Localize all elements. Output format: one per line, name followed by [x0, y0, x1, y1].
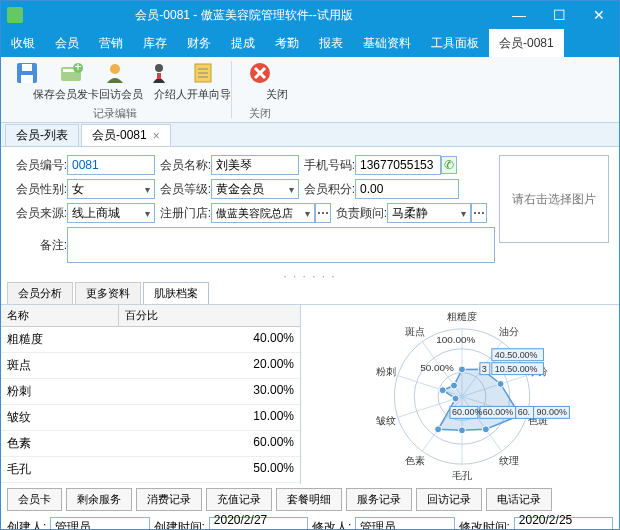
menu-item-10[interactable]: 会员-0081	[489, 29, 564, 57]
radar-axis-label: 色素	[405, 455, 425, 466]
menu-item-1[interactable]: 会员	[45, 29, 89, 57]
record-buttons: 会员卡剩余服务消费记录充值记录套餐明细服务记录回访记录电话记录	[1, 484, 619, 515]
table-row[interactable]: 斑点20.00%	[1, 353, 300, 379]
menu-item-3[interactable]: 库存	[133, 29, 177, 57]
select-level[interactable]: 黄金会员	[211, 179, 299, 199]
menu-item-8[interactable]: 基础资料	[353, 29, 421, 57]
record-btn-3[interactable]: 充值记录	[206, 488, 272, 511]
doc-tab-1[interactable]: 会员-0081×	[81, 124, 171, 146]
callout-1: 10.50.00%	[495, 364, 538, 374]
input-modifier[interactable]: 管理员	[355, 517, 454, 530]
table-row[interactable]: 毛孔50.00%	[1, 457, 300, 483]
table-row[interactable]: 皱纹10.00%	[1, 405, 300, 431]
input-creator[interactable]: 管理员	[50, 517, 149, 530]
menu-item-0[interactable]: 收银	[1, 29, 45, 57]
menu-item-5[interactable]: 提成	[221, 29, 265, 57]
menu-item-2[interactable]: 营销	[89, 29, 133, 57]
record-btn-1[interactable]: 剩余服务	[66, 488, 132, 511]
radar-axis-label: 斑点	[405, 326, 425, 337]
label-level: 会员等级:	[155, 181, 211, 198]
radar-chart: 粗糙度油分水分色斑纹理毛孔色素皱纹粉刺斑点 50.00% 100.00% 40.…	[301, 305, 619, 484]
input-points[interactable]: 0.00	[355, 179, 459, 199]
app-icon	[7, 7, 23, 23]
svg-text:+: +	[74, 61, 81, 74]
input-member-name[interactable]: 刘美琴	[211, 155, 299, 175]
menu-item-7[interactable]: 报表	[309, 29, 353, 57]
member-form: 会员编号: 0081 会员名称: 刘美琴 手机号码: 13677055153 ✆…	[1, 147, 619, 271]
th-name[interactable]: 名称	[1, 305, 119, 326]
radar-point	[497, 380, 504, 387]
radar-axis-label: 毛孔	[452, 470, 472, 481]
menu-item-4[interactable]: 财务	[177, 29, 221, 57]
toolgroup-label-close: 关闭	[249, 106, 271, 121]
select-advisor[interactable]: 马柔静	[387, 203, 471, 223]
menubar: 收银会员营销库存财务提成考勤报表基础资料工具面板会员-0081	[1, 29, 619, 57]
radar-point	[435, 426, 442, 433]
svg-rect-1	[21, 75, 33, 83]
radar-axis-label: 粗糙度	[447, 311, 477, 322]
record-btn-5[interactable]: 服务记录	[346, 488, 412, 511]
member-photo-box[interactable]: 请右击选择图片	[499, 155, 609, 243]
subtab-0[interactable]: 会员分析	[7, 282, 73, 304]
table-row[interactable]: 色素60.00%	[1, 431, 300, 457]
textarea-note[interactable]	[67, 227, 495, 263]
record-btn-0[interactable]: 会员卡	[7, 488, 62, 511]
label-points: 会员积分:	[299, 181, 355, 198]
radar-axis-label: 粉刺	[376, 366, 396, 377]
close-tab-icon[interactable]: ×	[153, 129, 160, 143]
subtab-1[interactable]: 更多资料	[75, 282, 141, 304]
record-btn-7[interactable]: 电话记录	[486, 488, 552, 511]
radar-point	[439, 387, 446, 394]
svg-point-7	[110, 64, 120, 74]
th-pct[interactable]: 百分比	[119, 305, 164, 326]
label-creator: 创建人:	[7, 519, 46, 531]
label-member-no: 会员编号:	[11, 157, 67, 174]
label-mtime: 修改时间:	[459, 519, 510, 531]
select-store[interactable]: 傲蓝美容院总店	[211, 203, 315, 223]
menu-item-9[interactable]: 工具面板	[421, 29, 489, 57]
input-ctime[interactable]: 2020/2/27 0:00:00	[209, 517, 308, 530]
select-source[interactable]: 线上商城	[67, 203, 155, 223]
input-mtime[interactable]: 2020/2/25 0:00:00	[514, 517, 613, 530]
label-store: 注册门店:	[155, 205, 211, 222]
label-note: 备注:	[11, 237, 67, 254]
toolbar-关闭[interactable]: 关闭	[238, 59, 282, 104]
label-gender: 会员性别:	[11, 181, 67, 198]
radar-point	[452, 395, 459, 402]
radar-axis-label: 油分	[499, 326, 519, 337]
label-advisor: 负责顾问:	[331, 205, 387, 222]
store-lookup-button[interactable]: ⋯	[315, 203, 331, 223]
close-button[interactable]: ✕	[579, 1, 619, 29]
maximize-button[interactable]: ☐	[539, 1, 579, 29]
callout-2: 3	[482, 364, 487, 374]
input-member-no[interactable]: 0081	[67, 155, 155, 175]
select-gender[interactable]: 女	[67, 179, 155, 199]
menu-item-6[interactable]: 考勤	[265, 29, 309, 57]
input-phone[interactable]: 13677055153	[355, 155, 441, 175]
advisor-lookup-button[interactable]: ⋯	[471, 203, 487, 223]
toolbar-开单向导[interactable]: 开单向导	[181, 59, 225, 104]
phone-icon[interactable]: ✆	[441, 156, 457, 174]
splitter[interactable]: · · · · · ·	[1, 271, 619, 282]
radar-point	[459, 366, 466, 373]
table-row[interactable]: 粗糙度40.00%	[1, 327, 300, 353]
svg-rect-9	[157, 73, 161, 79]
callout-4: 60.00%	[452, 407, 482, 417]
radar-point	[451, 382, 458, 389]
callout-6: 90.00%	[537, 407, 567, 417]
subtab-2[interactable]: 肌肤档案	[143, 282, 209, 304]
toolgroup-label-edit: 记录编辑	[93, 106, 137, 121]
callout-5: 60.	[518, 407, 530, 417]
ring-label-100: 100.00%	[436, 334, 475, 345]
label-member-name: 会员名称:	[155, 157, 211, 174]
callout-3: 60.00%	[483, 407, 513, 417]
radar-point	[482, 426, 489, 433]
record-btn-4[interactable]: 套餐明细	[276, 488, 342, 511]
window-title: 会员-0081 - 傲蓝美容院管理软件--试用版	[29, 7, 499, 24]
table-row[interactable]: 粉刺30.00%	[1, 379, 300, 405]
record-btn-6[interactable]: 回访记录	[416, 488, 482, 511]
doc-tab-0[interactable]: 会员-列表	[5, 124, 79, 146]
minimize-button[interactable]: —	[499, 1, 539, 29]
record-btn-2[interactable]: 消费记录	[136, 488, 202, 511]
svg-rect-2	[22, 64, 32, 71]
